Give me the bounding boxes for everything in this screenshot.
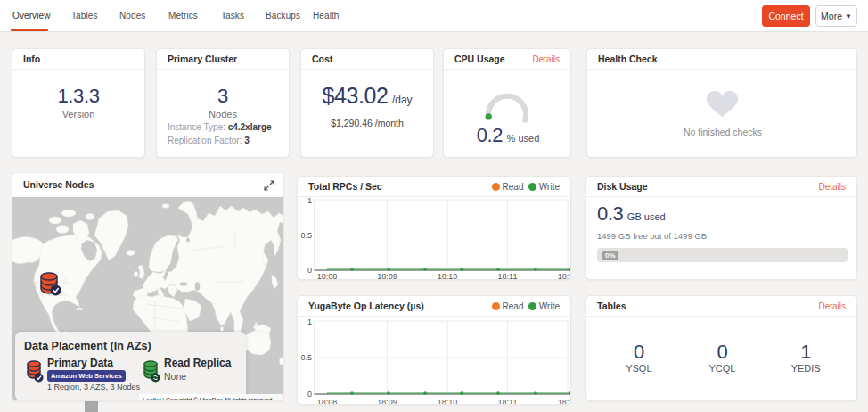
svg-text:18:09: 18:09	[377, 272, 397, 280]
svg-text:18:10: 18:10	[438, 272, 458, 280]
svg-text:18:08: 18:08	[317, 398, 338, 405]
svg-text:0.5: 0.5	[300, 231, 312, 240]
svg-text:18:10: 18:10	[438, 398, 458, 405]
svg-text:1: 1	[307, 317, 312, 326]
svg-text:18:11: 18:11	[498, 398, 518, 405]
svg-text:0: 0	[307, 390, 312, 399]
svg-text:18:12: 18:12	[558, 272, 571, 280]
svg-text:0: 0	[307, 266, 312, 275]
svg-text:18:08: 18:08	[317, 272, 338, 280]
svg-text:18:12: 18:12	[558, 398, 571, 405]
svg-text:18:09: 18:09	[377, 398, 397, 405]
svg-text:0.5: 0.5	[300, 353, 312, 362]
svg-text:1: 1	[307, 197, 312, 205]
svg-text:18:11: 18:11	[498, 272, 518, 280]
